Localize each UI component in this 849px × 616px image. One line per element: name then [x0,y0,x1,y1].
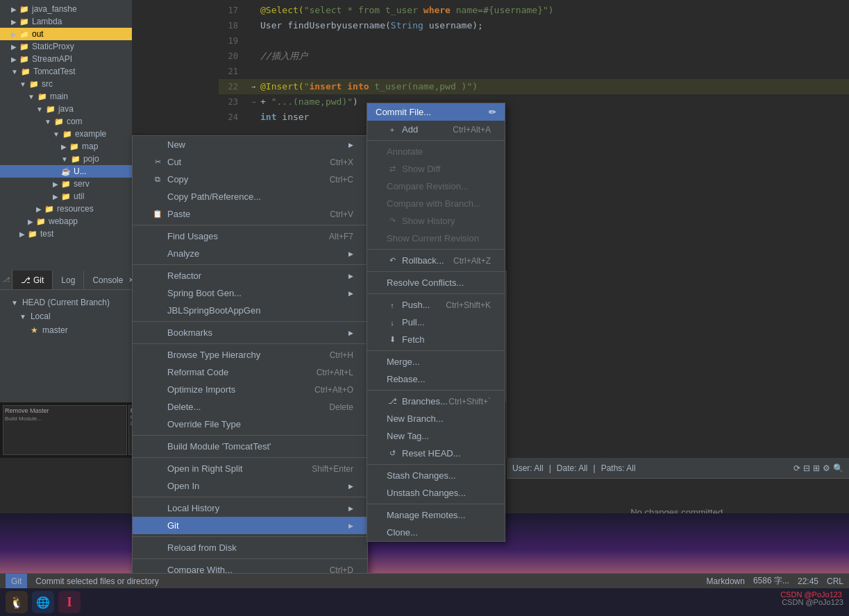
git-submenu-manage-remotes[interactable]: Manage Remotes... [367,506,505,524]
search-icon[interactable]: 🔍 [833,463,843,473]
git-submenu: Commit File... ✏ + Add Ctrl+Alt+A Annota… [367,103,505,542]
menu-shortcut: Delete [329,402,353,412]
menu-item-git[interactable]: Git [133,517,367,534]
menu-item-reformat[interactable]: Reformat Code Ctrl+Alt+L [133,363,367,381]
git-submenu-fetch[interactable]: ⬇ Fetch [367,331,505,348]
git-submenu-new-branch[interactable]: New Branch... [367,410,505,427]
tree-item-map[interactable]: ▶ 📁 map [0,140,132,153]
menu-item-analyze[interactable]: Analyze [133,245,367,262]
tree-item-src[interactable]: ▼ 📁 src [0,78,132,90]
menu-separator [133,264,367,265]
menu-item-override-file-type[interactable]: Override File Type [133,416,367,433]
menu-item-browse-hierarchy[interactable]: Browse Type Hierarchy Ctrl+H [133,346,367,363]
git-submenu-unstash[interactable]: Unstash Changes... [367,484,505,502]
tree-item-lambda[interactable]: ▶ 📁 Lambda [0,15,132,28]
tree-item-webapp[interactable]: ▶ 📁 webapp [0,215,132,228]
menu-item-optimize-imports[interactable]: Optimize Imports Ctrl+Alt+O [133,381,367,398]
menu-label: Reload from Disk [167,542,237,553]
git-tab-git[interactable]: ⎇ Git [12,271,53,289]
menu-item-cut[interactable]: ✂ Cut Ctrl+X [133,153,367,171]
tree-item-staticproxy[interactable]: ▶ 📁 StaticProxy [0,40,132,53]
menu-item-paste[interactable]: 📋 Paste Ctrl+V [133,205,367,223]
taskbar-icon-intellij[interactable]: I [58,591,81,613]
menu-item-find-usages[interactable]: Find Usages Alt+F7 [133,228,367,245]
tree-item-java[interactable]: ▼ 📁 java [0,103,132,115]
tree-item-util[interactable]: ▶ 📁 util [0,190,132,203]
git-submenu-add[interactable]: + Add Ctrl+Alt+A [367,121,505,138]
refresh-icon[interactable]: ⟳ [793,463,800,473]
menu-item-open-in[interactable]: Open In [133,477,367,495]
toolbar-icons: ⟳ ⊟ ⊞ ⚙ 🔍 [793,463,843,473]
menu-item-delete[interactable]: Delete... Delete [133,398,367,416]
menu-item-new[interactable]: New [133,136,367,153]
menu-item-copy-path[interactable]: Copy Path/Reference... [133,188,367,205]
watermark-text: CSDN @PoJo123 [780,590,842,599]
menu-shortcut: Ctrl+Shift+K [446,300,491,310]
cut-icon: ✂ [152,157,163,166]
fetch-icon: ⬇ [387,335,398,344]
tree-item-serv[interactable]: ▶ 📁 serv [0,178,132,190]
menu-item-jbl[interactable]: JBLSpringBootAppGen [133,302,367,319]
git-menu-label: Add [402,124,418,135]
date-filter-label[interactable]: Date: All [557,463,588,473]
tree-item-resources[interactable]: ▶ 📁 resources [0,203,132,215]
taskbar-icon-browser[interactable]: 🌐 [32,591,54,613]
git-submenu-reset-head[interactable]: ↺ Reset HEAD... [367,445,505,462]
menu-item-copy[interactable]: ⧉ Copy Ctrl+C [133,171,367,188]
menu-item-open-right-split[interactable]: Open in Right Split Shift+Enter [133,460,367,477]
menu-item-bookmarks[interactable]: Bookmarks [133,324,367,341]
collapse-icon[interactable]: ⊟ [803,463,810,473]
tree-item-main[interactable]: ▼ 📁 main [0,90,132,103]
menu-item-local-history[interactable]: Local History [133,499,367,517]
user-filter-label[interactable]: User: All [512,463,544,473]
git-menu-label: Merge... [387,357,420,367]
git-submenu-clone[interactable]: Clone... [367,524,505,541]
code-text: ) [353,96,358,107]
menu-item-refactor[interactable]: Refactor [133,267,367,284]
git-menu-label: Unstash Changes... [387,488,466,498]
git-submenu-pull[interactable]: ↓ Pull... [367,314,505,331]
git-submenu-stash[interactable]: Stash Changes... [367,467,505,484]
tree-label: TomcatTest [33,67,76,76]
menu-item-spring-boot[interactable]: Spring Boot Gen... [133,284,367,302]
git-submenu-push[interactable]: ↑ Push... Ctrl+Shift+K [367,296,505,314]
menu-label: Open In [167,481,199,491]
code-string: "...(name,pwd)" [271,96,353,107]
menu-item-reload[interactable]: Reload from Disk [133,539,367,556]
tree-item-java-fanshe[interactable]: ▶ 📁 java_fanshe [0,3,132,15]
menu-item-build-module[interactable]: Build Module 'TomcatTest' [133,438,367,455]
tree-item-out[interactable]: ▶ 📁 out [0,28,132,40]
git-tab-log[interactable]: Log [53,271,84,289]
menu-label: Optimize Imports [167,384,235,395]
git-menu-label: New Branch... [387,413,444,424]
tree-item-example[interactable]: ▼ 📁 example [0,128,132,140]
git-menu-label: Commit File... [376,107,431,117]
branch-icon: ★ [31,325,38,335]
git-submenu-rollback[interactable]: ↶ Rollback... Ctrl+Alt+Z [367,252,505,269]
settings-icon[interactable]: ⚙ [823,463,830,473]
folder-icon: 📁 [19,17,29,26]
line-number: 22 [219,79,246,94]
menu-label: Open in Right Split [167,463,242,474]
taskbar-icon-linux[interactable]: 🐧 [6,591,28,613]
git-submenu-new-tag[interactable]: New Tag... [367,427,505,445]
tree-item-pojo[interactable]: ▼ 📁 pojo [0,153,132,165]
git-menu-label: Rebase... [387,374,426,384]
git-submenu-commit-file[interactable]: Commit File... ✏ [367,103,505,121]
tree-item-u[interactable]: ☕ U... [0,165,132,178]
git-menu-label: Show History [402,216,455,226]
thumb-action: Build Module... [5,416,125,422]
tree-item-test[interactable]: ▶ 📁 test [0,228,132,240]
tree-item-tomcattest[interactable]: ▼ 📁 TomcatTest [0,65,132,78]
git-submenu-branches[interactable]: ⎇ Branches... Ctrl+Shift+` [367,393,505,410]
expand-icon[interactable]: ⊞ [813,463,820,473]
git-submenu-rebase[interactable]: Rebase... [367,370,505,388]
collapse-arrow: ▶ [53,193,58,200]
tree-item-com[interactable]: ▼ 📁 com [0,115,132,128]
collapse-arrow: ▶ [19,230,25,238]
git-submenu-resolve-conflicts[interactable]: Resolve Conflicts... [367,274,505,291]
paths-filter-label[interactable]: Paths: All [601,463,636,473]
expand-arrow: ▼ [11,68,18,76]
tree-item-streamapi[interactable]: ▶ 📁 StreamAPI [0,53,132,65]
git-submenu-merge[interactable]: Merge... [367,353,505,370]
